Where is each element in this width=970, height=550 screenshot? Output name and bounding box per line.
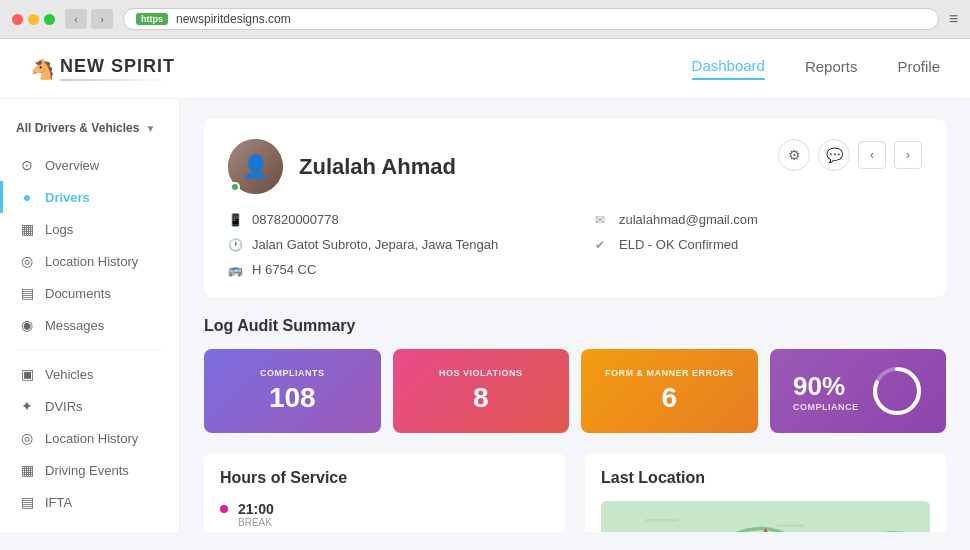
audit-title: Log Audit Summary xyxy=(204,317,946,335)
sidebar: All Drivers & Vehicles ▼ ⊙ Overview ● Dr… xyxy=(0,99,180,532)
sidebar-header[interactable]: All Drivers & Vehicles ▼ xyxy=(0,115,179,149)
driver-address: Jalan Gatot Subroto, Jepara, Jawa Tengah xyxy=(252,237,498,252)
settings-button[interactable]: ⚙ xyxy=(778,139,810,171)
last-location-title: Last Location xyxy=(601,469,930,487)
audit-card-compliance: 90% COMPLIANCE xyxy=(770,349,947,433)
sidebar-header-label: All Drivers & Vehicles xyxy=(16,121,139,135)
profile-card: 👤 Zulalah Ahmad ⚙ 💬 ‹ › 📱 087820000778 xyxy=(204,119,946,297)
map-placeholder xyxy=(601,501,930,532)
sidebar-label-location-history-2: Location History xyxy=(45,431,138,446)
browser-forward-button[interactable]: › xyxy=(91,9,113,29)
eld-icon: ✔ xyxy=(595,238,611,252)
main-layout: All Drivers & Vehicles ▼ ⊙ Overview ● Dr… xyxy=(0,99,970,532)
bottom-grid: Hours of Service 21:00 BREAK 35:00 xyxy=(204,453,946,532)
sidebar-item-logs[interactable]: ▦ Logs xyxy=(0,213,179,245)
email-detail: ✉ zulalahmad@gmail.com xyxy=(595,212,922,227)
vehicle-icon: 🚌 xyxy=(228,263,244,277)
form-label: FORM & MANNER ERRORS xyxy=(605,368,734,378)
documents-icon: ▤ xyxy=(19,285,35,301)
driver-vehicle: H 6754 CC xyxy=(252,262,316,277)
sidebar-item-dvirs[interactable]: ✦ DVIRs xyxy=(0,390,179,422)
next-driver-button[interactable]: › xyxy=(894,141,922,169)
driving-events-icon: ▦ xyxy=(19,462,35,478)
hours-chart xyxy=(445,520,565,532)
logo: 🐴 NEW SPIRIT xyxy=(30,56,175,81)
sidebar-item-location-history[interactable]: ◎ Location History xyxy=(0,245,179,277)
overview-icon: ⊙ xyxy=(19,157,35,173)
sidebar-label-location-history: Location History xyxy=(45,254,138,269)
sidebar-item-ifta[interactable]: ▤ IFTA xyxy=(0,486,179,518)
eld-detail: ✔ ELD - OK Confirmed xyxy=(595,237,922,252)
sidebar-label-logs: Logs xyxy=(45,222,73,237)
browser-back-button[interactable]: ‹ xyxy=(65,9,87,29)
nav-profile[interactable]: Profile xyxy=(897,58,940,79)
email-icon: ✉ xyxy=(595,213,611,227)
prev-driver-button[interactable]: ‹ xyxy=(858,141,886,169)
form-value: 6 xyxy=(661,382,677,414)
vehicles-icon: ▣ xyxy=(19,366,35,382)
sidebar-item-driving-events[interactable]: ▦ Driving Events xyxy=(0,454,179,486)
content-area: 👤 Zulalah Ahmad ⚙ 💬 ‹ › 📱 087820000778 xyxy=(180,99,970,532)
audit-card-compliants: COMPLIANTS 108 xyxy=(204,349,381,433)
driver-email: zulalahmad@gmail.com xyxy=(619,212,758,227)
audit-section: Log Audit Summary COMPLIANTS 108 HOS VIO… xyxy=(204,317,946,433)
nav-reports[interactable]: Reports xyxy=(805,58,858,79)
logo-underline xyxy=(60,79,175,81)
sidebar-item-messages[interactable]: ◉ Messages xyxy=(0,309,179,341)
location-history-2-icon: ◎ xyxy=(19,430,35,446)
hos-value: 8 xyxy=(473,382,489,414)
nav-dashboard[interactable]: Dashboard xyxy=(692,57,765,80)
online-status-dot xyxy=(230,182,240,192)
sidebar-label-documents: Documents xyxy=(45,286,111,301)
top-nav: 🐴 NEW SPIRIT Dashboard Reports Profile xyxy=(0,39,970,99)
sidebar-item-overview[interactable]: ⊙ Overview xyxy=(0,149,179,181)
browser-chrome: ‹ › https newspiritdesigns.com ≡ xyxy=(0,0,970,39)
hos-label: HOS VIOLATIONS xyxy=(439,368,522,378)
audit-card-form: FORM & MANNER ERRORS 6 xyxy=(581,349,758,433)
logo-icon: 🐴 xyxy=(30,57,55,81)
logo-text: NEW SPIRIT xyxy=(60,56,175,76)
sidebar-divider xyxy=(16,349,163,350)
profile-actions: ⚙ 💬 ‹ › xyxy=(778,139,922,171)
sidebar-label-dvirs: DVIRs xyxy=(45,399,83,414)
sidebar-label-overview: Overview xyxy=(45,158,99,173)
sidebar-item-vehicles[interactable]: ▣ Vehicles xyxy=(0,358,179,390)
traffic-lights xyxy=(12,14,55,25)
driver-name: Zulalah Ahmad xyxy=(299,154,456,180)
svg-rect-10 xyxy=(776,525,803,527)
address-bar[interactable]: https newspiritdesigns.com xyxy=(123,8,939,30)
driver-phone: 087820000778 xyxy=(252,212,339,227)
svg-rect-8 xyxy=(645,519,678,521)
vehicle-detail: 🚌 H 6754 CC xyxy=(228,262,555,277)
avatar-wrapper: 👤 xyxy=(228,139,283,194)
dropdown-arrow-icon: ▼ xyxy=(145,123,155,134)
sidebar-label-drivers: Drivers xyxy=(45,190,90,205)
sidebar-label-messages: Messages xyxy=(45,318,104,333)
location-history-icon: ◎ xyxy=(19,253,35,269)
sidebar-item-location-history-2[interactable]: ◎ Location History xyxy=(0,422,179,454)
compliance-ring xyxy=(871,365,923,417)
compliants-value: 108 xyxy=(269,382,316,414)
sidebar-item-documents[interactable]: ▤ Documents xyxy=(0,277,179,309)
message-button[interactable]: 💬 xyxy=(818,139,850,171)
audit-card-hos: HOS VIOLATIONS 8 xyxy=(393,349,570,433)
logs-icon: ▦ xyxy=(19,221,35,237)
hours-title: Hours of Service xyxy=(220,469,549,487)
sidebar-item-drivers[interactable]: ● Drivers xyxy=(0,181,179,213)
close-traffic-light xyxy=(12,14,23,25)
messages-icon: ◉ xyxy=(19,317,35,333)
browser-menu-icon[interactable]: ≡ xyxy=(949,10,958,28)
sidebar-section-vehicles: ▣ Vehicles ✦ DVIRs ◎ Location History ▦ … xyxy=(0,358,179,518)
profile-details: 📱 087820000778 ✉ zulalahmad@gmail.com 🕐 … xyxy=(228,212,922,277)
map-svg xyxy=(601,501,930,532)
break-dot xyxy=(220,505,228,513)
minimize-traffic-light xyxy=(28,14,39,25)
audit-cards: COMPLIANTS 108 HOS VIOLATIONS 8 FORM & M… xyxy=(204,349,946,433)
compliance-label: COMPLIANCE xyxy=(793,402,859,412)
ifta-icon: ▤ xyxy=(19,494,35,510)
break-label: BREAK xyxy=(238,517,274,528)
dvirs-icon: ✦ xyxy=(19,398,35,414)
driver-eld: ELD - OK Confirmed xyxy=(619,237,738,252)
nav-links: Dashboard Reports Profile xyxy=(692,57,940,80)
hours-of-service-card: Hours of Service 21:00 BREAK 35:00 xyxy=(204,453,565,532)
